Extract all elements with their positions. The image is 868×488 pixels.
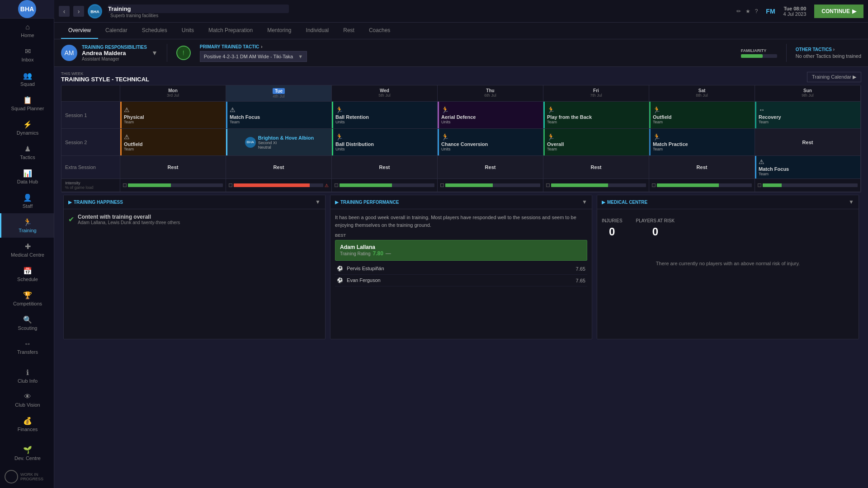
sidebar-item-club-vision[interactable]: 👁 Club Vision	[0, 388, 54, 412]
nav-forward-button[interactable]: ›	[73, 6, 84, 17]
topbar-tools: ✏ ★ ?	[736, 8, 758, 14]
happiness-collapse-button[interactable]: ▼	[315, 199, 321, 205]
players-at-risk-stat: PLAYERS AT RISK 0	[636, 218, 675, 238]
session1-tue[interactable]: ⚠ Match Focus Team	[226, 102, 332, 128]
continue-button[interactable]: CONTINUE ▶	[814, 5, 863, 18]
sidebar-item-training[interactable]: 🏃 Training	[0, 213, 54, 238]
session1-thu[interactable]: 🏃 Aerial Defence Units	[438, 102, 543, 128]
week-info: THIS WEEK TRAINING STYLE - TECHNICAL	[61, 71, 149, 83]
tab-coaches[interactable]: Coaches	[362, 23, 397, 39]
extra-wed[interactable]: Rest	[332, 156, 438, 178]
sidebar-item-data-hub[interactable]: 📊 Data Hub	[0, 164, 54, 189]
training-happiness-panel: ▶ TRAINING HAPPINESS ▼ ✔ Content with tr…	[63, 195, 326, 339]
sidebar-item-schedule[interactable]: 📅 Schedule	[0, 262, 54, 286]
tactic-notification: !	[176, 46, 191, 60]
search-area: Superb training facilities	[108, 5, 289, 18]
extra-sat[interactable]: Rest	[649, 156, 755, 178]
extra-row: Extra Session Rest Rest Rest Rest Rest R…	[61, 156, 861, 179]
tactic-dropdown-arrow: ▼	[298, 54, 303, 59]
session1-sun[interactable]: ↔ Recovery Team	[755, 102, 861, 128]
sidebar-item-finances[interactable]: 💰 Finances	[0, 412, 54, 436]
nav-back-button[interactable]: ‹	[59, 6, 70, 17]
extra-fri[interactable]: Rest	[543, 156, 649, 178]
sidebar-item-inbox[interactable]: ✉ Inbox	[0, 42, 54, 67]
sidebar-item-home[interactable]: ⌂ Home	[0, 19, 54, 42]
tab-rest[interactable]: Rest	[336, 23, 362, 39]
training-calendar-button[interactable]: Training Calendar ▶	[807, 72, 861, 82]
sidebar-item-medical[interactable]: ✚ Medical Centre	[0, 238, 54, 262]
session2-thu[interactable]: 🏃 Chance Conversion Units	[438, 129, 543, 155]
extra-tue[interactable]: Rest	[226, 156, 332, 178]
grid-header: Mon 3rd Jul Tue 4th Jul Wed 5th Jul Thu …	[61, 85, 861, 102]
wip-circle	[5, 470, 18, 483]
search-input[interactable]	[108, 5, 289, 13]
performance-panel-header: ▶ TRAINING PERFORMANCE ▼	[330, 195, 592, 209]
happiness-title-label: TRAINING HAPPINESS	[74, 200, 123, 205]
tab-units[interactable]: Units	[175, 23, 201, 39]
sidebar-item-scouting[interactable]: 🔍 Scouting	[0, 311, 54, 335]
primary-tactic-label-text: PRIMARY TRAINED TACTIC	[200, 44, 259, 49]
session2-sat[interactable]: 🏃 Match Practice Team	[649, 129, 755, 155]
session1-fri[interactable]: 🏃 Play from the Back Team	[543, 102, 649, 128]
outfield-type: Outfield	[653, 114, 752, 120]
session1-sat[interactable]: 🏃 Outfield Team	[649, 102, 755, 128]
sun-date: 9th Jul	[759, 93, 857, 98]
extra-label: Extra Session	[61, 156, 120, 178]
other-player-2[interactable]: ⚽ Evan Ferguson 7.65	[335, 275, 587, 286]
other-tactics-value: No other Tactics being trained	[796, 53, 861, 59]
session2-mon[interactable]: ⚠ Outfield Team	[120, 129, 226, 155]
session2-fri[interactable]: 🏃 Overall Team	[543, 129, 649, 155]
sidebar-item-dev-centre[interactable]: 🌱 Dev. Centre	[0, 441, 54, 465]
intensity-sat	[649, 179, 755, 192]
sidebar-item-staff[interactable]: 👤 Staff	[0, 189, 54, 213]
help-icon[interactable]: ?	[755, 8, 758, 14]
medical-collapse-button[interactable]: ▼	[849, 199, 854, 205]
outfield-icon: 🏃	[653, 106, 752, 113]
tab-individual[interactable]: Individual	[299, 23, 336, 39]
overall-type: Overall	[547, 141, 646, 147]
overall-subtype: Team	[547, 147, 646, 151]
extra-mon[interactable]: Rest	[120, 156, 226, 178]
tab-overview[interactable]: Overview	[61, 23, 98, 39]
extra-thu[interactable]: Rest	[438, 156, 543, 178]
sidebar-item-tactics[interactable]: ♟ Tactics	[0, 140, 54, 164]
session2-sun[interactable]: Rest	[755, 129, 861, 155]
tab-mentoring[interactable]: Mentoring	[260, 23, 298, 39]
dev-centre-icon: 🌱	[23, 446, 32, 454]
session2-label: Session 2	[61, 129, 120, 155]
session1-mon[interactable]: ⚠ Physical Team	[120, 102, 226, 128]
mon-name: Mon	[124, 88, 222, 93]
tactic-notify-icon: !	[176, 46, 191, 60]
best-player-card[interactable]: Adam Lallana Training Rating 7.80 —	[335, 240, 587, 261]
extra-sun[interactable]: ⚠ Match Focus Team	[755, 156, 861, 178]
intensity-sun	[755, 179, 861, 192]
other-player-1[interactable]: ⚽ Pervis Estupiñán 7.65	[335, 263, 587, 275]
session2-wed[interactable]: 🏃 Ball Distribution Units	[332, 129, 438, 155]
session2-tue[interactable]: BHA Brighton & Hove Albion Second XI Neu…	[226, 129, 332, 155]
familiarity-section: FAMILIARITY	[741, 48, 777, 58]
intensity-fill-tue	[234, 183, 310, 187]
tactic-dropdown[interactable]: Positive 4-2-3-1 DM AM Wide - Tiki-Taka …	[200, 51, 307, 62]
recovery-icon: ↔	[759, 106, 858, 113]
performance-title: ▶ TRAINING PERFORMANCE	[335, 200, 399, 205]
header-thu: Thu 6th Jul	[438, 85, 543, 101]
squad-icon: 👥	[23, 71, 32, 80]
sidebar-item-squad-planner[interactable]: 📋 Squad Planner	[0, 91, 54, 116]
tab-calendar[interactable]: Calendar	[98, 23, 135, 39]
sidebar-item-dynamics[interactable]: ⚡ Dynamics	[0, 116, 54, 140]
sidebar-item-transfers[interactable]: ↔ Transfers	[0, 335, 54, 359]
session1-wed[interactable]: 🏃 Ball Retention Units	[332, 102, 438, 128]
sidebar-item-club-info[interactable]: ℹ Club Info	[0, 364, 54, 388]
work-in-progress: WORK INPROGRESS	[0, 465, 54, 488]
intensity-fri	[543, 179, 649, 192]
edit-icon[interactable]: ✏	[736, 8, 741, 14]
performance-collapse-button[interactable]: ▼	[582, 199, 587, 205]
tab-match-preparation[interactable]: Match Preparation	[201, 23, 260, 39]
sidebar-item-squad[interactable]: 👥 Squad	[0, 67, 54, 91]
separator-2	[786, 44, 787, 62]
tab-schedules[interactable]: Schedules	[135, 23, 175, 39]
inbox-icon: ✉	[25, 47, 31, 56]
resp-dropdown-button[interactable]: ▼	[151, 49, 158, 56]
sidebar-item-competitions[interactable]: 🏆 Competitions	[0, 286, 54, 311]
star-icon[interactable]: ★	[745, 8, 750, 14]
